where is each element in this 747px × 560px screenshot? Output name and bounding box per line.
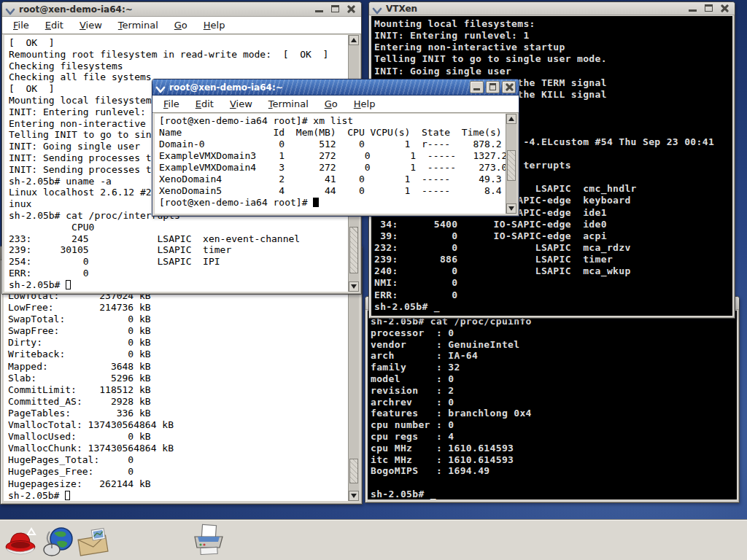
red-hat-icon	[3, 526, 39, 558]
menu-view[interactable]: View	[71, 20, 110, 31]
menu-terminal[interactable]: Terminal	[260, 98, 317, 109]
arrow-down-icon	[351, 284, 357, 289]
window-menu-chevron-icon[interactable]	[372, 4, 382, 13]
text-cursor-icon	[66, 280, 71, 289]
console-output: sh-2.05b# cat /proc/cpuinfo processor : …	[368, 311, 737, 499]
maximize-icon	[489, 83, 496, 90]
arrow-up-icon	[508, 117, 514, 121]
titlebar[interactable]: root@xen-demo-ia64:~	[152, 79, 519, 96]
terminal-viewport[interactable]: [root@xen-demo-ia64 root]# xm list Name …	[155, 114, 516, 214]
web-browser-launcher[interactable]	[41, 526, 77, 560]
titlebar[interactable]: root@xen-demo-ia64:~	[2, 2, 361, 17]
shell-prompt: sh-2.05b#	[8, 490, 65, 501]
text-cursor-icon	[313, 198, 319, 207]
window-title: root@xen-demo-ia64:~	[19, 4, 133, 15]
menu-edit[interactable]: Edit	[37, 20, 71, 31]
console-viewport[interactable]: sh-2.05b# cat /proc/cpuinfo processor : …	[368, 311, 737, 499]
main-menu-button[interactable]	[3, 526, 39, 560]
shell-prompt: [root@xen-demo-ia64 root]#	[159, 197, 313, 208]
close-button[interactable]	[502, 81, 516, 93]
shell-prompt: sh-2.05b#	[9, 279, 66, 290]
scroll-up-button[interactable]	[349, 35, 359, 45]
scrollbar-thumb[interactable]	[507, 150, 516, 181]
menu-file[interactable]: File	[155, 98, 187, 109]
window-menu-chevron-icon[interactable]	[155, 83, 166, 92]
maximize-button[interactable]	[328, 4, 342, 15]
scroll-up-button[interactable]	[506, 114, 516, 124]
minimize-button[interactable]	[686, 3, 700, 14]
close-button[interactable]	[718, 3, 732, 14]
menubar: File Edit View Terminal Go Help	[2, 17, 361, 34]
menu-terminal[interactable]: Terminal	[110, 20, 166, 31]
maximize-icon	[705, 4, 713, 12]
scroll-down-button[interactable]	[349, 491, 359, 501]
scrollbar[interactable]	[348, 261, 359, 501]
email-launcher[interactable]	[74, 527, 112, 560]
taskbar-panel: [VNC config [root@xen-d VTXen Terminal (…	[0, 519, 747, 560]
terminal-output: [root@xen-demo-ia64 root]# xm list Name …	[155, 114, 516, 197]
arrow-up-icon	[351, 38, 357, 42]
titlebar[interactable]: VTXen	[369, 2, 735, 15]
terminal-output: LowTotal: 237024 kB LowFree: 214736 kB S…	[4, 261, 359, 490]
maximize-button[interactable]	[702, 3, 716, 14]
window-menu-chevron-icon[interactable]	[5, 5, 15, 14]
menu-help[interactable]: Help	[196, 20, 233, 31]
minimize-icon	[689, 9, 697, 12]
maximize-button[interactable]	[486, 81, 500, 93]
scrollbar-thumb[interactable]	[349, 459, 358, 483]
menu-edit[interactable]: Edit	[187, 98, 222, 109]
scroll-down-button[interactable]	[506, 203, 516, 214]
minimize-button[interactable]	[470, 81, 484, 93]
scrollbar-thumb[interactable]	[349, 227, 358, 273]
arrow-down-icon	[351, 494, 357, 498]
scrollbar[interactable]	[506, 114, 516, 214]
menu-help[interactable]: Help	[346, 98, 384, 109]
menu-file[interactable]: File	[5, 20, 37, 31]
window-console-cpuinfo: sh-2.05b# cat /proc/cpuinfo processor : …	[365, 296, 740, 503]
menu-go[interactable]: Go	[166, 20, 196, 31]
window-terminal-xm-list: root@xen-demo-ia64:~ File Edit View Term…	[152, 79, 519, 217]
arrow-down-icon	[508, 206, 514, 211]
globe-browser-icon	[41, 526, 77, 558]
window-title: VTXen	[386, 4, 417, 14]
minimize-icon	[473, 88, 480, 90]
minimize-icon	[315, 10, 323, 12]
scroll-down-button[interactable]	[349, 281, 359, 292]
menu-view[interactable]: View	[222, 98, 260, 109]
printer-icon	[190, 524, 228, 559]
terminal-viewport[interactable]: LowTotal: 237024 kB LowFree: 214736 kB S…	[4, 261, 359, 501]
maximize-icon	[331, 5, 339, 12]
close-button[interactable]	[344, 4, 358, 15]
window-title: root@xen-demo-ia64:~	[169, 82, 283, 93]
minimize-button[interactable]	[312, 4, 326, 15]
printer-launcher[interactable]	[190, 524, 228, 560]
menubar: File Edit View Terminal Go Help	[152, 96, 519, 113]
envelope-icon	[74, 527, 112, 558]
menu-go[interactable]: Go	[317, 98, 346, 109]
text-cursor-icon	[65, 491, 70, 500]
